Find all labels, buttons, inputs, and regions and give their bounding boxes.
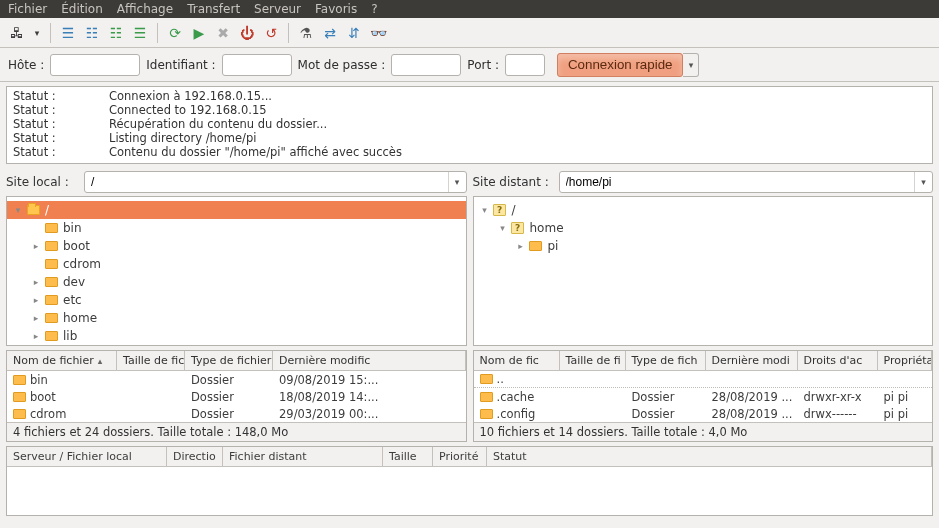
- tree-twisty[interactable]: ▾: [11, 201, 25, 219]
- port-input[interactable]: [505, 54, 545, 76]
- remote-list-header: Nom de fic Taille de fi Type de fich Der…: [474, 351, 933, 371]
- quickconnect-history-dropdown[interactable]: ▾: [683, 53, 699, 77]
- list-item[interactable]: ..: [474, 371, 933, 388]
- tree-node[interactable]: ▾?/: [474, 201, 933, 219]
- menu-file[interactable]: Fichier: [8, 0, 47, 18]
- tree-twisty[interactable]: ▸: [514, 237, 528, 255]
- user-input[interactable]: [222, 54, 292, 76]
- tree-label: home: [530, 219, 564, 237]
- toggle-remote-tree-button[interactable]: ☷: [105, 22, 127, 44]
- site-manager-dropdown[interactable]: ▾: [30, 22, 44, 44]
- tree-node[interactable]: ▸etc: [7, 291, 466, 309]
- host-input[interactable]: [50, 54, 140, 76]
- search-button[interactable]: 👓: [367, 22, 389, 44]
- transfer-queue[interactable]: Serveur / Fichier local Directio Fichier…: [6, 446, 933, 516]
- local-path-input[interactable]: [85, 175, 448, 189]
- quickconnect-button[interactable]: Connexion rapide: [557, 53, 683, 77]
- folder-icon: [45, 331, 58, 341]
- tree-twisty[interactable]: ▾: [478, 201, 492, 219]
- tree-twisty[interactable]: ▸: [29, 237, 43, 255]
- chevron-down-icon: ▾: [35, 28, 40, 38]
- list-item[interactable]: binDossier09/08/2019 15:...: [7, 371, 466, 388]
- local-tree[interactable]: ▾/bin▸bootcdrom▸dev▸etc▸home▸lib: [6, 196, 467, 346]
- tree-node[interactable]: ▾/: [7, 201, 466, 219]
- log-value: Connected to 192.168.0.15: [109, 103, 267, 117]
- disconnect-button[interactable]: ⏻: [236, 22, 258, 44]
- tree-twisty[interactable]: ▾: [496, 219, 510, 237]
- file-owner: pi pi: [878, 390, 933, 404]
- message-log[interactable]: Statut :Connexion à 192.168.0.15...Statu…: [6, 86, 933, 164]
- remote-path-combo[interactable]: ▾: [559, 171, 934, 193]
- tree-node[interactable]: ▸dev: [7, 273, 466, 291]
- log-key: Statut :: [13, 131, 109, 145]
- list-item[interactable]: .cacheDossier28/08/2019 ...drwxr-xr-xpi …: [474, 388, 933, 405]
- col-local-file[interactable]: Serveur / Fichier local: [7, 447, 167, 466]
- log-row: Statut :Connected to 192.168.0.15: [13, 103, 926, 117]
- col-name[interactable]: Nom de fic: [474, 351, 560, 370]
- folder-icon: [45, 223, 58, 233]
- menu-server[interactable]: Serveur: [254, 0, 301, 18]
- log-key: Statut :: [13, 145, 109, 159]
- toggle-log-button[interactable]: ☰: [57, 22, 79, 44]
- site-manager-button[interactable]: 🖧: [6, 22, 28, 44]
- file-name: .cache: [497, 390, 535, 404]
- col-modified[interactable]: Dernière modific: [273, 351, 466, 370]
- tree-node[interactable]: ▸home: [7, 309, 466, 327]
- remote-tree[interactable]: ▾?/▾?home▸pi: [473, 196, 934, 346]
- col-size[interactable]: Taille de fi: [560, 351, 626, 370]
- col-remote-file[interactable]: Fichier distant: [223, 447, 383, 466]
- refresh-button[interactable]: ⟳: [164, 22, 186, 44]
- toggle-local-tree-button[interactable]: ☷: [81, 22, 103, 44]
- col-direction[interactable]: Directio: [167, 447, 223, 466]
- col-size[interactable]: Taille: [383, 447, 433, 466]
- reconnect-button[interactable]: ↺: [260, 22, 282, 44]
- password-input[interactable]: [391, 54, 461, 76]
- tree-twisty[interactable]: ▸: [29, 291, 43, 309]
- list-item[interactable]: bootDossier18/08/2019 14:...: [7, 388, 466, 405]
- menu-edit[interactable]: Édition: [61, 0, 103, 18]
- tree-node[interactable]: ▸lib: [7, 327, 466, 345]
- menu-bookmarks[interactable]: Favoris: [315, 0, 357, 18]
- col-priority[interactable]: Priorité: [433, 447, 487, 466]
- remote-path-dropdown[interactable]: ▾: [914, 172, 932, 192]
- process-queue-icon: ▶: [194, 25, 205, 41]
- filter-button[interactable]: ⚗: [295, 22, 317, 44]
- log-row: Statut :Récupération du contenu du dossi…: [13, 117, 926, 131]
- compare-button[interactable]: ⇄: [319, 22, 341, 44]
- process-queue-button[interactable]: ▶: [188, 22, 210, 44]
- sync-browse-button[interactable]: ⇵: [343, 22, 365, 44]
- tree-twisty[interactable]: ▸: [29, 327, 43, 345]
- cancel-button[interactable]: ✖: [212, 22, 234, 44]
- menu-view[interactable]: Affichage: [117, 0, 173, 18]
- tree-node[interactable]: ▸pi: [474, 237, 933, 255]
- tree-twisty[interactable]: ▸: [29, 273, 43, 291]
- col-type[interactable]: Type de fichier: [185, 351, 273, 370]
- menu-transfer[interactable]: Transfert: [187, 0, 240, 18]
- tree-twisty[interactable]: ▸: [29, 309, 43, 327]
- list-item[interactable]: cdromDossier29/03/2019 00:...: [7, 405, 466, 422]
- list-item[interactable]: .configDossier28/08/2019 ...drwx------pi…: [474, 405, 933, 422]
- col-modified[interactable]: Dernière modi: [706, 351, 798, 370]
- remote-path-input[interactable]: [560, 175, 915, 189]
- col-owner[interactable]: Propriétair: [878, 351, 933, 370]
- local-path-combo[interactable]: ▾: [84, 171, 467, 193]
- binoculars-icon: 👓: [370, 25, 387, 41]
- local-file-list[interactable]: Nom de fichier Taille de fic Type de fic…: [6, 350, 467, 442]
- folder-icon: [529, 241, 542, 251]
- toggle-queue-button[interactable]: ☰: [129, 22, 151, 44]
- tree-node[interactable]: ▸boot: [7, 237, 466, 255]
- log-row: Statut :Listing directory /home/pi: [13, 131, 926, 145]
- local-path-dropdown[interactable]: ▾: [448, 172, 466, 192]
- col-permissions[interactable]: Droits d'ac: [798, 351, 878, 370]
- tree-node[interactable]: ▾?home: [474, 219, 933, 237]
- col-name[interactable]: Nom de fichier: [7, 351, 117, 370]
- tree-node[interactable]: bin: [7, 219, 466, 237]
- col-type[interactable]: Type de fich: [626, 351, 706, 370]
- folder-icon: [13, 392, 26, 402]
- remote-file-list[interactable]: Nom de fic Taille de fi Type de fich Der…: [473, 350, 934, 442]
- col-status[interactable]: Statut: [487, 447, 932, 466]
- tree-node[interactable]: cdrom: [7, 255, 466, 273]
- menu-help[interactable]: ?: [371, 0, 377, 18]
- file-type: Dossier: [185, 407, 273, 421]
- col-size[interactable]: Taille de fic: [117, 351, 185, 370]
